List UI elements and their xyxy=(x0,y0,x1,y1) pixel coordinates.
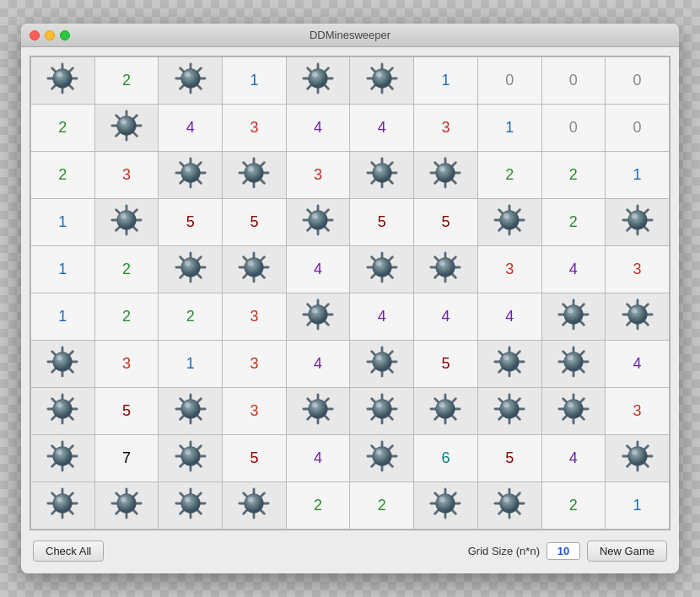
grid-cell[interactable] xyxy=(31,435,95,482)
grid-cell[interactable]: 2 xyxy=(477,152,541,199)
grid-cell[interactable] xyxy=(159,482,223,530)
grid-cell[interactable]: 1 xyxy=(31,293,95,341)
grid-cell[interactable]: 4 xyxy=(541,246,606,293)
grid-cell[interactable] xyxy=(223,482,287,530)
grid-cell[interactable] xyxy=(31,482,95,530)
grid-cell[interactable]: 2 xyxy=(541,199,606,246)
grid-cell[interactable]: 4 xyxy=(286,435,350,482)
grid-cell[interactable]: 1 xyxy=(606,482,670,530)
grid-cell[interactable]: 0 xyxy=(477,57,541,105)
grid-cell[interactable] xyxy=(414,152,478,199)
grid-cell[interactable] xyxy=(477,199,541,246)
grid-cell[interactable]: 4 xyxy=(350,105,414,152)
check-all-button[interactable]: Check All xyxy=(33,541,104,562)
grid-cell[interactable]: 0 xyxy=(606,105,670,152)
grid-cell[interactable]: 5 xyxy=(223,435,287,482)
grid-cell[interactable]: 4 xyxy=(541,435,606,482)
grid-cell[interactable] xyxy=(31,341,95,388)
grid-cell[interactable]: 7 xyxy=(94,435,159,482)
new-game-button[interactable]: New Game xyxy=(587,541,667,562)
grid-cell[interactable]: 5 xyxy=(414,341,478,388)
grid-cell[interactable]: 2 xyxy=(31,105,95,152)
grid-cell[interactable]: 2 xyxy=(350,482,414,530)
grid-cell[interactable] xyxy=(477,341,541,388)
grid-cell[interactable] xyxy=(94,105,159,152)
grid-cell[interactable]: 1 xyxy=(414,57,478,105)
grid-cell[interactable]: 1 xyxy=(31,246,95,293)
grid-cell[interactable]: 5 xyxy=(94,388,159,435)
grid-cell[interactable]: 6 xyxy=(414,435,478,482)
grid-cell[interactable] xyxy=(350,246,414,293)
minimize-button[interactable] xyxy=(45,30,55,40)
grid-cell[interactable] xyxy=(159,246,223,293)
grid-cell[interactable]: 1 xyxy=(223,57,287,105)
grid-cell[interactable]: 2 xyxy=(541,152,606,199)
grid-cell[interactable]: 2 xyxy=(286,482,350,530)
grid-cell[interactable] xyxy=(159,57,223,105)
grid-cell[interactable]: 3 xyxy=(477,246,541,293)
grid-cell[interactable] xyxy=(31,57,95,105)
grid-cell[interactable] xyxy=(286,388,350,435)
grid-cell[interactable]: 3 xyxy=(223,293,287,341)
grid-cell[interactable]: 4 xyxy=(286,105,350,152)
grid-cell[interactable] xyxy=(414,246,478,293)
grid-cell[interactable] xyxy=(606,199,670,246)
grid-cell[interactable]: 4 xyxy=(414,293,478,341)
grid-cell[interactable] xyxy=(541,341,606,388)
grid-cell[interactable]: 5 xyxy=(350,199,414,246)
grid-cell[interactable]: 3 xyxy=(606,388,670,435)
grid-cell[interactable]: 3 xyxy=(606,246,670,293)
grid-cell[interactable] xyxy=(477,388,541,435)
grid-cell[interactable]: 0 xyxy=(541,105,606,152)
grid-cell[interactable]: 1 xyxy=(31,199,95,246)
grid-size-input[interactable] xyxy=(547,542,580,560)
grid-cell[interactable] xyxy=(286,199,350,246)
grid-cell[interactable] xyxy=(223,152,287,199)
grid-cell[interactable]: 3 xyxy=(414,105,478,152)
grid-cell[interactable] xyxy=(606,435,670,482)
grid-cell[interactable] xyxy=(94,199,159,246)
grid-cell[interactable]: 3 xyxy=(94,341,159,388)
grid-cell[interactable]: 3 xyxy=(94,152,159,199)
grid-cell[interactable]: 5 xyxy=(477,435,541,482)
grid-cell[interactable] xyxy=(159,152,223,199)
grid-cell[interactable] xyxy=(414,482,478,530)
close-button[interactable] xyxy=(30,30,40,40)
grid-cell[interactable]: 3 xyxy=(223,341,287,388)
grid-cell[interactable] xyxy=(541,388,606,435)
grid-cell[interactable] xyxy=(350,435,414,482)
grid-cell[interactable] xyxy=(350,152,414,199)
grid-cell[interactable]: 4 xyxy=(606,341,670,388)
grid-cell[interactable]: 5 xyxy=(159,199,223,246)
grid-cell[interactable]: 1 xyxy=(159,341,223,388)
grid-cell[interactable]: 4 xyxy=(350,293,414,341)
grid-cell[interactable]: 2 xyxy=(541,482,606,530)
grid-cell[interactable]: 0 xyxy=(541,57,606,105)
grid-cell[interactable]: 2 xyxy=(159,293,223,341)
grid-cell[interactable] xyxy=(223,246,287,293)
grid-cell[interactable] xyxy=(286,57,350,105)
grid-cell[interactable]: 5 xyxy=(414,199,478,246)
grid-cell[interactable]: 4 xyxy=(477,293,541,341)
grid-cell[interactable]: 2 xyxy=(94,57,159,105)
grid-cell[interactable] xyxy=(350,388,414,435)
grid-cell[interactable] xyxy=(350,341,414,388)
grid-cell[interactable]: 4 xyxy=(286,246,350,293)
grid-cell[interactable] xyxy=(477,482,541,530)
grid-cell[interactable]: 2 xyxy=(31,152,95,199)
grid-cell[interactable]: 0 xyxy=(606,57,670,105)
grid-cell[interactable] xyxy=(159,435,223,482)
grid-cell[interactable]: 4 xyxy=(159,105,223,152)
grid-cell[interactable] xyxy=(350,57,414,105)
grid-cell[interactable] xyxy=(541,293,606,341)
grid-cell[interactable] xyxy=(414,388,478,435)
grid-cell[interactable] xyxy=(606,293,670,341)
grid-cell[interactable]: 1 xyxy=(477,105,541,152)
grid-cell[interactable]: 4 xyxy=(286,341,350,388)
grid-cell[interactable]: 1 xyxy=(606,152,670,199)
grid-cell[interactable] xyxy=(31,388,95,435)
grid-cell[interactable]: 5 xyxy=(223,199,287,246)
grid-cell[interactable]: 2 xyxy=(94,293,159,341)
grid-cell[interactable]: 3 xyxy=(223,105,287,152)
grid-cell[interactable] xyxy=(286,293,350,341)
